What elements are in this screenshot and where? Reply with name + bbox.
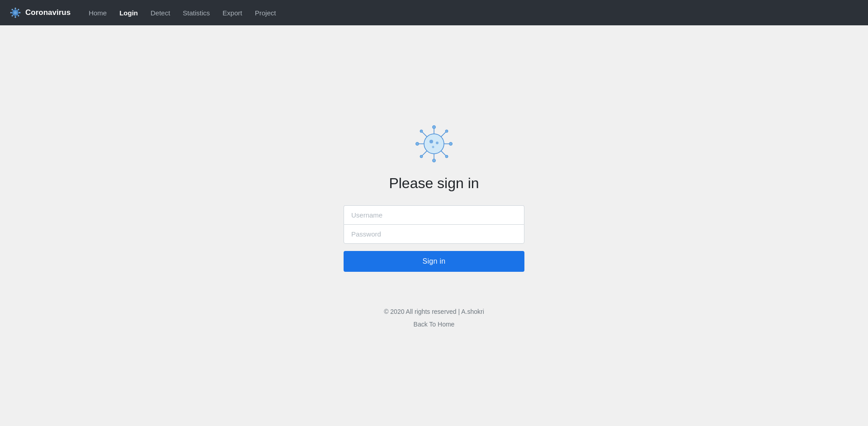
svg-point-1 [14, 11, 17, 14]
svg-point-6 [10, 12, 12, 14]
login-container: Please sign in Sign in © 2020 All rights… [344, 123, 524, 328]
svg-line-34 [422, 151, 427, 156]
svg-point-21 [432, 146, 434, 148]
sign-in-button[interactable]: Sign in [344, 251, 524, 272]
nav-login[interactable]: Login [114, 6, 143, 19]
svg-point-20 [436, 142, 439, 144]
brand-icon [9, 6, 22, 19]
brand-logo[interactable]: Coronavirus [9, 6, 71, 19]
back-to-home-link[interactable]: Back To Home [414, 321, 455, 328]
nav-home[interactable]: Home [83, 6, 112, 19]
svg-point-31 [420, 130, 423, 133]
svg-point-2 [14, 8, 16, 9]
page-title: Please sign in [389, 175, 479, 192]
svg-point-27 [416, 142, 419, 146]
svg-point-8 [19, 12, 21, 14]
nav-links: Home Login Detect Statistics Export Proj… [83, 6, 281, 19]
copyright-text: © 2020 All rights reserved | A.shokri [384, 308, 484, 315]
svg-point-18 [424, 134, 444, 154]
svg-point-25 [433, 159, 436, 162]
svg-point-10 [12, 9, 13, 10]
virus-icon [414, 123, 454, 164]
svg-line-36 [441, 151, 446, 156]
svg-point-14 [12, 15, 13, 16]
brand-name: Coronavirus [25, 8, 71, 17]
virus-icon-wrapper [414, 123, 454, 166]
svg-point-29 [449, 142, 453, 146]
nav-project[interactable]: Project [250, 6, 282, 19]
nav-statistics[interactable]: Statistics [177, 6, 215, 19]
svg-point-33 [445, 130, 448, 133]
username-input[interactable] [344, 205, 524, 224]
svg-point-23 [433, 126, 436, 129]
svg-point-37 [445, 155, 448, 158]
svg-point-19 [429, 140, 433, 143]
main-content: Please sign in Sign in © 2020 All rights… [0, 25, 868, 426]
footer-section: © 2020 All rights reserved | A.shokri Ba… [384, 308, 484, 328]
nav-detect[interactable]: Detect [145, 6, 175, 19]
login-form [344, 205, 524, 244]
svg-point-12 [18, 9, 19, 10]
svg-line-32 [441, 132, 446, 137]
password-input[interactable] [344, 224, 524, 244]
svg-point-35 [420, 155, 423, 158]
svg-point-4 [14, 16, 16, 18]
nav-export[interactable]: Export [217, 6, 247, 19]
svg-point-16 [18, 15, 19, 16]
svg-line-30 [422, 132, 427, 137]
navbar: Coronavirus Home Login Detect Statistics… [0, 0, 868, 25]
